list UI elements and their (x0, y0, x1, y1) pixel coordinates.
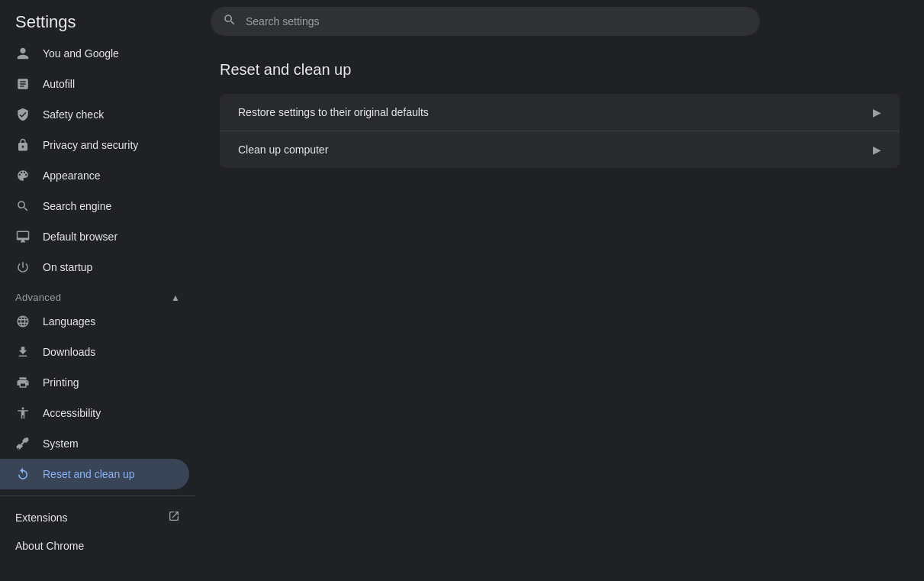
sidebar-item-printing[interactable]: Printing (0, 367, 189, 398)
search-bar[interactable] (211, 7, 760, 36)
search-icon (223, 13, 237, 30)
chevron-up-icon: ▲ (171, 292, 180, 303)
clean-up-computer-label: Clean up computer (238, 144, 328, 156)
sidebar-divider (0, 495, 195, 496)
desktop-icon (15, 229, 31, 244)
search-icon (15, 199, 31, 214)
sidebar-item-label: System (43, 437, 79, 450)
sidebar-item-label: Autofill (43, 78, 75, 90)
sidebar-item-label: Languages (43, 315, 95, 328)
sidebar-item-label: Downloads (43, 346, 95, 358)
content-wrapper: Reset and clean up Restore settings to t… (195, 0, 924, 581)
article-icon (15, 76, 31, 92)
clean-up-computer-row[interactable]: Clean up computer ▶ (220, 131, 900, 168)
sidebar-item-label: Default browser (43, 231, 118, 243)
sidebar-about-chrome[interactable]: About Chrome (0, 532, 195, 560)
security-icon (15, 137, 31, 153)
sidebar-item-label: Reset and clean up (43, 468, 135, 480)
restore-settings-row[interactable]: Restore settings to their original defau… (220, 94, 900, 131)
print-icon (15, 375, 31, 390)
palette-icon (15, 168, 31, 183)
sidebar-item-label: Printing (43, 376, 79, 389)
sidebar-item-downloads[interactable]: Downloads (0, 337, 189, 367)
power-icon (15, 260, 31, 275)
sidebar-item-autofill[interactable]: Autofill (0, 69, 189, 99)
sidebar-item-label: Safety check (43, 108, 104, 121)
globe-icon (15, 314, 31, 329)
sidebar: Settings You and Google Autofill Safety … (0, 0, 195, 581)
main-content: Reset and clean up Restore settings to t… (195, 43, 924, 581)
sidebar-item-reset-and-clean-up[interactable]: Reset and clean up (0, 459, 189, 489)
sidebar-item-label: Appearance (43, 169, 101, 182)
person-icon (15, 46, 31, 61)
sidebar-item-you-and-google[interactable]: You and Google (0, 38, 189, 69)
sidebar-item-system[interactable]: System (0, 428, 189, 459)
sidebar-item-safety-check[interactable]: Safety check (0, 99, 189, 130)
page-title: Reset and clean up (220, 61, 900, 79)
advanced-section-title: Advanced (15, 292, 61, 303)
header (195, 0, 924, 43)
sidebar-item-label: You and Google (43, 47, 119, 60)
shield-icon (15, 107, 31, 122)
advanced-section-header[interactable]: Advanced ▲ (0, 282, 195, 306)
sidebar-item-appearance[interactable]: Appearance (0, 160, 189, 191)
external-link-icon (168, 510, 180, 525)
extensions-label: Extensions (15, 512, 67, 524)
sidebar-item-label: Search engine (43, 200, 111, 212)
download-icon (15, 344, 31, 360)
sidebar-extensions[interactable]: Extensions (0, 502, 195, 532)
accessibility-icon (15, 405, 31, 421)
sidebar-item-default-browser[interactable]: Default browser (0, 221, 189, 252)
app-title: Settings (0, 0, 195, 38)
chevron-right-icon: ▶ (873, 144, 881, 156)
chevron-right-icon: ▶ (873, 106, 881, 118)
sidebar-item-search-engine[interactable]: Search engine (0, 191, 189, 221)
search-input[interactable] (246, 15, 748, 27)
sidebar-item-label: Privacy and security (43, 139, 138, 151)
reset-icon (15, 466, 31, 482)
about-chrome-label: About Chrome (15, 540, 84, 552)
sidebar-item-on-startup[interactable]: On startup (0, 252, 189, 282)
sidebar-item-languages[interactable]: Languages (0, 306, 189, 337)
wrench-icon (15, 436, 31, 451)
sidebar-item-label: On startup (43, 261, 92, 273)
sidebar-item-privacy-and-security[interactable]: Privacy and security (0, 130, 189, 160)
settings-card: Restore settings to their original defau… (220, 94, 900, 168)
sidebar-item-accessibility[interactable]: Accessibility (0, 398, 189, 428)
sidebar-item-label: Accessibility (43, 407, 101, 419)
restore-settings-label: Restore settings to their original defau… (238, 106, 429, 118)
